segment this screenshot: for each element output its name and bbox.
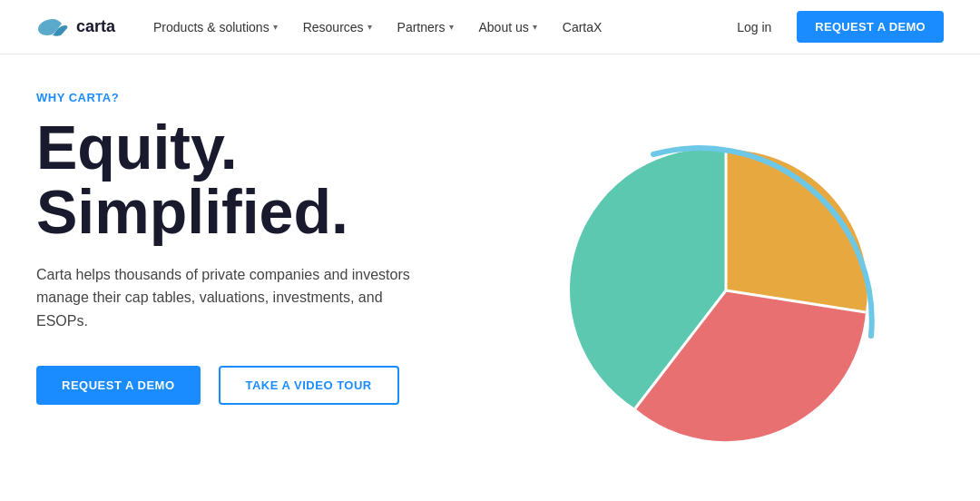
chevron-down-icon: ▾ bbox=[273, 22, 278, 32]
cta-buttons: REQUEST A DEMO TAKE A VIDEO TOUR bbox=[36, 366, 508, 405]
request-demo-main-button[interactable]: REQUEST A DEMO bbox=[36, 366, 201, 405]
main-content: WHY CARTA? Equity. Simplified. Carta hel… bbox=[0, 54, 980, 501]
hero-content: WHY CARTA? Equity. Simplified. Carta hel… bbox=[36, 82, 508, 405]
header-actions: Log in REQUEST A DEMO bbox=[726, 11, 944, 43]
chevron-down-icon: ▾ bbox=[449, 22, 454, 32]
pie-chart bbox=[563, 127, 889, 454]
chevron-down-icon: ▾ bbox=[368, 22, 372, 32]
nav-cartax[interactable]: CartaX bbox=[552, 15, 613, 40]
eyebrow-label: WHY CARTA? bbox=[36, 91, 508, 104]
nav-products[interactable]: Products & solutions ▾ bbox=[142, 15, 289, 40]
hero-title: Equity. Simplified. bbox=[36, 115, 508, 245]
login-button[interactable]: Log in bbox=[726, 15, 782, 40]
hero-title-line1: Equity. bbox=[36, 113, 238, 182]
nav-partners[interactable]: Partners ▾ bbox=[387, 15, 465, 40]
chart-area bbox=[508, 82, 944, 499]
main-nav: Products & solutions ▾ Resources ▾ Partn… bbox=[142, 15, 726, 40]
carta-logo-icon bbox=[36, 16, 69, 38]
video-tour-button[interactable]: TAKE A VIDEO TOUR bbox=[219, 366, 399, 405]
hero-subtitle: Carta helps thousands of private compani… bbox=[36, 263, 417, 333]
header: carta Products & solutions ▾ Resources ▾… bbox=[0, 0, 980, 54]
nav-resources[interactable]: Resources ▾ bbox=[292, 15, 383, 40]
logo[interactable]: carta bbox=[36, 16, 115, 38]
logo-text: carta bbox=[76, 17, 115, 36]
nav-about[interactable]: About us ▾ bbox=[468, 15, 548, 40]
pie-chart-svg bbox=[563, 127, 889, 454]
request-demo-header-button[interactable]: REQUEST A DEMO bbox=[797, 11, 944, 43]
chevron-down-icon: ▾ bbox=[533, 22, 537, 32]
hero-title-line2: Simplified. bbox=[36, 177, 348, 246]
